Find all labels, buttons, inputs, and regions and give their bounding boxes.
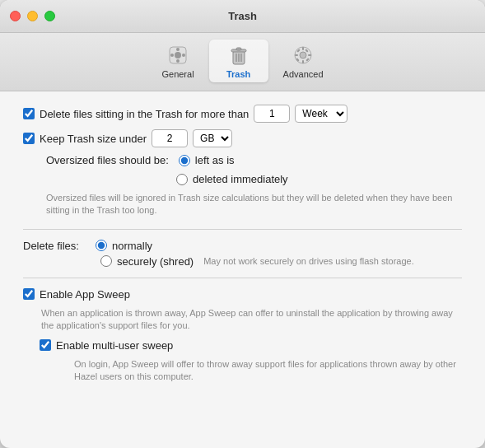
advanced-icon	[291, 43, 315, 68]
keep-trash-unit-select[interactable]: GB MB	[193, 129, 232, 147]
svg-point-4	[176, 59, 180, 63]
svg-point-1	[175, 52, 181, 58]
minimize-button[interactable]	[27, 11, 38, 21]
radio-left-as-is[interactable]	[179, 155, 190, 166]
general-icon	[166, 43, 190, 68]
svg-point-3	[182, 54, 185, 57]
app-sweep-section: Enable App Sweep When an application is …	[23, 288, 462, 384]
tab-trash[interactable]: Trash	[209, 40, 268, 82]
delete-normally-row: Delete files: normally	[23, 240, 462, 252]
keep-trash-size-input[interactable]	[152, 129, 188, 147]
multi-user-description: On login, App Sweep will offer to throw …	[40, 358, 462, 384]
oversized-label: Oversized files should be:	[46, 154, 169, 166]
delete-files-label[interactable]: Delete files sitting in the Trash for mo…	[40, 108, 249, 120]
toolbar: General Trash	[0, 33, 485, 91]
keep-trash-label[interactable]: Keep Trash size under	[40, 133, 147, 145]
trash-icon	[226, 43, 251, 68]
securely-hint: May not work securely on drives using fl…	[203, 256, 414, 266]
radio-normally-label: normally	[112, 240, 152, 252]
delete-files-checkbox[interactable]	[23, 108, 35, 119]
oversized-hint: Oversized files will be ignored in Trash…	[23, 192, 462, 217]
svg-rect-8	[236, 48, 241, 50]
tab-general[interactable]: General	[147, 40, 208, 82]
delete-method-section: Delete files: normally securely (shred) …	[23, 240, 462, 268]
tab-trash-label: Trash	[226, 69, 250, 79]
window-title: Trash	[228, 10, 257, 22]
multi-user-section: Enable multi-user sweep On login, App Sw…	[23, 339, 462, 384]
delete-files-section: Delete files sitting in the Trash for mo…	[23, 105, 462, 217]
radio-deleted-immediately[interactable]	[176, 174, 188, 185]
radio-securely[interactable]	[100, 255, 112, 267]
delete-files-row: Delete files sitting in the Trash for mo…	[23, 105, 462, 123]
content-area: Delete files sitting in the Trash for mo…	[0, 91, 485, 399]
oversized-label-row: Oversized files should be: left as is	[23, 154, 462, 166]
titlebar: Trash	[0, 0, 485, 33]
app-sweep-label[interactable]: Enable App Sweep	[40, 288, 130, 301]
tab-general-label: General	[161, 69, 194, 79]
svg-point-2	[176, 48, 180, 51]
svg-point-5	[170, 54, 174, 57]
svg-rect-17	[308, 54, 311, 56]
maximize-button[interactable]	[44, 11, 55, 21]
close-button[interactable]	[10, 11, 21, 21]
delete-files-heading: Delete files:	[23, 240, 91, 252]
delete-securely-row: securely (shred) May not work securely o…	[23, 255, 462, 268]
multi-user-label[interactable]: Enable multi-user sweep	[56, 339, 173, 352]
divider-2	[23, 278, 462, 278]
delete-files-unit-select[interactable]: Week Day Month	[295, 105, 347, 123]
radio-left-as-is-label: left as is	[195, 154, 235, 166]
app-sweep-checkbox[interactable]	[23, 288, 35, 300]
svg-rect-16	[295, 54, 298, 56]
svg-rect-14	[302, 47, 304, 50]
svg-point-13	[300, 52, 306, 58]
multi-user-checkbox[interactable]	[40, 339, 51, 351]
tab-advanced-label: Advanced	[283, 69, 324, 79]
app-sweep-row: Enable App Sweep	[23, 288, 462, 301]
main-window: Trash General	[0, 0, 485, 448]
radio-normally[interactable]	[96, 240, 107, 251]
tab-advanced[interactable]: Advanced	[268, 40, 338, 82]
radio-securely-label: securely (shred)	[117, 255, 194, 268]
keep-trash-row: Keep Trash size under GB MB	[23, 129, 462, 147]
divider-1	[23, 229, 462, 230]
svg-rect-15	[302, 60, 304, 63]
multi-user-row: Enable multi-user sweep	[40, 339, 462, 352]
oversized-deleted-row: deleted immediately	[23, 173, 462, 185]
app-sweep-description: When an application is thrown away, App …	[23, 307, 462, 333]
keep-trash-checkbox[interactable]	[23, 133, 35, 144]
delete-files-days-input[interactable]	[254, 105, 290, 123]
radio-deleted-label: deleted immediately	[193, 173, 288, 185]
window-controls	[10, 11, 55, 21]
